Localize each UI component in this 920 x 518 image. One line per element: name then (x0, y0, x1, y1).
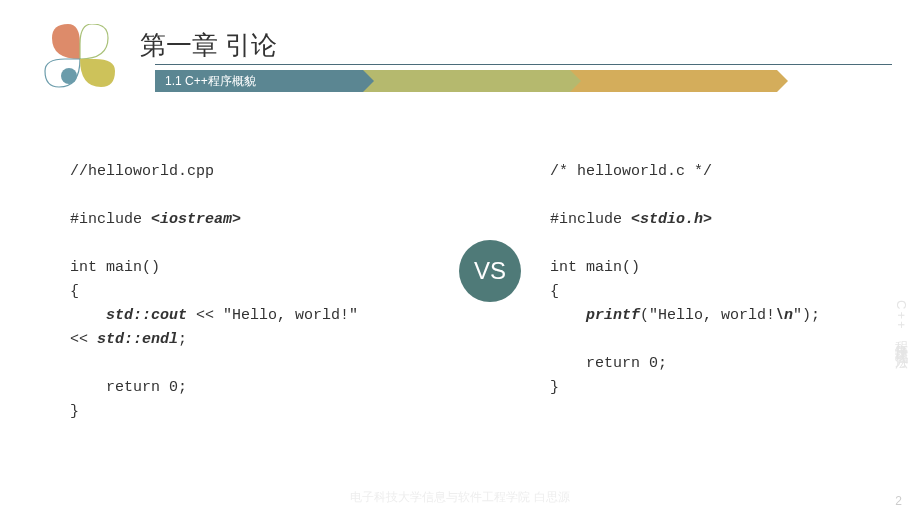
code-include-pre: #include (70, 211, 151, 228)
code-cout-mid: << "Hello, world!" (187, 307, 358, 324)
vs-badge: VS (459, 240, 521, 302)
logo-icon (40, 24, 120, 94)
vs-label: VS (474, 257, 506, 285)
c-code-block: /* helloworld.c */ #include <stdio.h> in… (550, 160, 860, 400)
svg-point-0 (61, 68, 77, 84)
code-brace-close: } (70, 403, 79, 420)
code-brace-close: } (550, 379, 559, 396)
code-endl: std::endl (97, 331, 178, 348)
code-comment: /* helloworld.c */ (550, 163, 712, 180)
code-printf-post: "); (793, 307, 820, 324)
code-semi: ; (178, 331, 187, 348)
code-brace-open: { (70, 283, 79, 300)
code-return: return 0; (550, 355, 667, 372)
section-label: 1.1 C++程序概貌 (165, 73, 256, 90)
code-printf: printf (586, 307, 640, 324)
code-return: return 0; (70, 379, 187, 396)
code-comment: //helloworld.cpp (70, 163, 214, 180)
code-printf-pre: ("Hello, world! (640, 307, 775, 324)
breadcrumb-segment-2 (362, 70, 570, 92)
footer-text: 电子科技大学信息与软件工程学院 白思源 (0, 489, 920, 506)
title-underline (155, 64, 892, 65)
code-include-lib: <iostream> (151, 211, 241, 228)
breadcrumb-bar: 1.1 C++程序概貌 (155, 70, 777, 92)
code-cout-op2: << (70, 331, 97, 348)
chapter-title: 第一章 引论 (140, 24, 277, 63)
code-indent (550, 307, 586, 324)
code-brace-open: { (550, 283, 559, 300)
code-main-sig: int main() (550, 259, 640, 276)
code-indent (70, 307, 106, 324)
breadcrumb-segment-3 (569, 70, 777, 92)
cpp-code-block: //helloworld.cpp #include <iostream> int… (70, 160, 430, 424)
side-course-title: C++程序设计现代方法 (892, 300, 910, 347)
code-cout: std::cout (106, 307, 187, 324)
main-content: //helloworld.cpp #include <iostream> int… (70, 160, 860, 424)
code-newline: \n (775, 307, 793, 324)
code-include-pre: #include (550, 211, 631, 228)
code-main-sig: int main() (70, 259, 160, 276)
code-include-lib: <stdio.h> (631, 211, 712, 228)
breadcrumb-segment-1: 1.1 C++程序概貌 (155, 70, 363, 92)
page-number: 2 (895, 494, 902, 508)
